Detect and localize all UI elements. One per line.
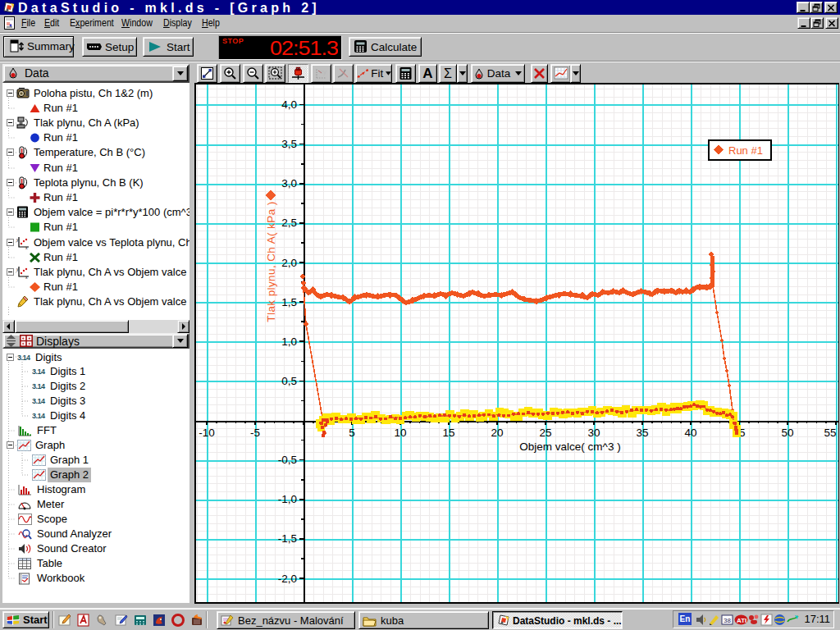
svg-text:3.14: 3.14 bbox=[32, 368, 45, 376]
svg-text:3,0: 3,0 bbox=[281, 177, 297, 189]
svg-text:-10: -10 bbox=[199, 427, 215, 439]
svg-text:Objem valce( cm^3 ): Objem valce( cm^3 ) bbox=[519, 441, 620, 453]
svg-text:Run #1: Run #1 bbox=[728, 144, 763, 157]
svg-text:3.14: 3.14 bbox=[32, 397, 45, 405]
svg-text:2,0: 2,0 bbox=[281, 257, 297, 269]
svg-text:4,0: 4,0 bbox=[281, 98, 297, 111]
svg-text:10: 10 bbox=[394, 427, 406, 439]
svg-text:0,5: 0,5 bbox=[281, 375, 297, 387]
svg-text:3.14: 3.14 bbox=[17, 354, 30, 362]
svg-text:1,5: 1,5 bbox=[281, 296, 297, 308]
svg-text:20: 20 bbox=[491, 427, 503, 439]
svg-text:15: 15 bbox=[442, 427, 454, 439]
svg-text:50: 50 bbox=[781, 427, 793, 439]
svg-text:-2,0: -2,0 bbox=[278, 573, 297, 585]
svg-text:5: 5 bbox=[349, 427, 355, 439]
svg-text:-1,0: -1,0 bbox=[278, 493, 297, 505]
svg-text:-0,5: -0,5 bbox=[278, 454, 297, 466]
svg-text:35: 35 bbox=[636, 427, 648, 439]
svg-text:3.14: 3.14 bbox=[32, 412, 45, 420]
svg-text:25: 25 bbox=[539, 427, 551, 439]
svg-text:40: 40 bbox=[684, 427, 696, 439]
svg-text:55: 55 bbox=[824, 427, 836, 439]
svg-text:Tlak plynu, Ch A( kPa ): Tlak plynu, Ch A( kPa ) bbox=[265, 201, 277, 322]
svg-text:1,0: 1,0 bbox=[281, 336, 297, 348]
svg-text:38: 38 bbox=[724, 617, 731, 624]
svg-text:2,5: 2,5 bbox=[281, 217, 297, 229]
svg-text:3,5: 3,5 bbox=[281, 138, 297, 150]
svg-text:-5: -5 bbox=[250, 427, 260, 439]
svg-text:-1,5: -1,5 bbox=[278, 532, 297, 545]
svg-text:3.14: 3.14 bbox=[32, 382, 45, 390]
svg-text:ATI: ATI bbox=[737, 617, 746, 624]
svg-text:30: 30 bbox=[587, 427, 600, 439]
svg-text:xy: xy bbox=[320, 68, 326, 75]
